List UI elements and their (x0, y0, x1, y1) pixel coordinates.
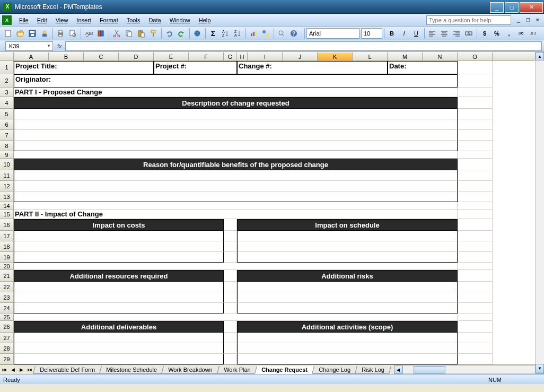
row-header-4[interactable]: 4 (0, 97, 14, 109)
column-header-O[interactable]: O (458, 53, 493, 60)
column-header-G[interactable]: G (224, 53, 237, 60)
print-button[interactable] (55, 28, 66, 39)
menu-format[interactable]: Format (95, 16, 122, 24)
cell-description-body[interactable] (14, 130, 458, 141)
row-header-25[interactable]: 25 (0, 313, 14, 321)
doc-minimize-button[interactable]: _ (514, 16, 523, 24)
row-header-6[interactable]: 6 (0, 119, 14, 130)
menu-help[interactable]: Help (195, 16, 215, 24)
cell-part2-title[interactable]: PART II - Impact of Change (14, 210, 458, 219)
scroll-up-button[interactable]: ▲ (536, 52, 544, 60)
cell-reason-body[interactable] (14, 181, 458, 191)
format-painter-button[interactable] (147, 28, 159, 39)
menu-edit[interactable]: Edit (33, 16, 51, 24)
autosum-button[interactable]: Σ (207, 28, 219, 39)
cell-add-activities-header[interactable]: Additional activities (scope) (237, 321, 458, 333)
column-header-H[interactable]: H (237, 53, 248, 60)
decrease-decimal-button[interactable]: .0 (528, 28, 539, 39)
row-header-26[interactable]: 26 (0, 321, 14, 333)
row-header-9[interactable]: 9 (0, 151, 14, 159)
row-header-2[interactable]: 2 (0, 74, 14, 88)
column-header-K[interactable]: K (318, 53, 353, 60)
tab-next-button[interactable]: ▶ (17, 365, 25, 374)
excel-doc-icon[interactable]: X (2, 15, 12, 25)
row-header-27[interactable]: 27 (0, 333, 14, 343)
hyperlink-button[interactable] (191, 28, 203, 39)
font-size-select[interactable] (361, 28, 382, 39)
align-left-button[interactable] (426, 28, 438, 39)
row-header-16[interactable]: 16 (0, 219, 14, 231)
redo-button[interactable] (176, 28, 187, 39)
sheet-tab-milestone-schedule[interactable]: Milestone Schedule (99, 366, 164, 374)
row-header-20[interactable]: 20 (0, 263, 14, 270)
sheet-tab-work-plan[interactable]: Work Plan (216, 366, 257, 374)
menu-insert[interactable]: Insert (72, 16, 95, 24)
menu-data[interactable]: Data (144, 16, 165, 24)
row-header-1[interactable]: 1 (0, 61, 14, 74)
cell-reason-header[interactable]: Reason for/quantifiable benefits of the … (14, 159, 458, 170)
scroll-down-button[interactable]: ▼ (536, 364, 544, 372)
cell-description-body[interactable] (14, 141, 458, 151)
increase-decimal-button[interactable]: .00 (515, 28, 527, 39)
underline-button[interactable]: U (410, 28, 422, 39)
row-header-29[interactable]: 29 (0, 354, 14, 364)
copy-button[interactable] (123, 28, 135, 39)
cell-add-deliverables-header[interactable]: Additional deliverables (14, 321, 224, 333)
tab-prev-button[interactable]: ◀ (8, 365, 17, 374)
merge-center-button[interactable]: a (463, 28, 475, 39)
help-button[interactable]: ? (288, 28, 300, 39)
drawing-button[interactable] (260, 28, 271, 39)
column-header-C[interactable]: C (84, 53, 119, 60)
row-header-11[interactable]: 11 (0, 170, 14, 181)
row-header-7[interactable]: 7 (0, 130, 14, 141)
fx-icon[interactable]: fx (57, 43, 62, 49)
row-header-12[interactable]: 12 (0, 181, 14, 191)
doc-close-button[interactable]: ✕ (533, 16, 542, 24)
cut-button[interactable] (111, 28, 122, 39)
row-header-3[interactable]: 3 (0, 88, 14, 97)
row-header-8[interactable]: 8 (0, 141, 14, 151)
column-header-L[interactable]: L (353, 53, 388, 60)
row-header-19[interactable]: 19 (0, 252, 14, 263)
print-preview-button[interactable] (67, 28, 78, 39)
cell-description-body[interactable] (14, 119, 458, 130)
bold-button[interactable]: B (386, 28, 398, 39)
cell-impact-schedule-header[interactable]: Impact on schedule (237, 219, 458, 231)
cell-project-title[interactable]: Project Title: (14, 61, 154, 74)
cell-project-num[interactable]: Project #: (154, 61, 237, 74)
save-button[interactable] (27, 28, 38, 39)
row-header-10[interactable]: 10 (0, 159, 14, 170)
column-header-J[interactable]: J (283, 53, 318, 60)
column-header-E[interactable]: E (154, 53, 189, 60)
row-header-17[interactable]: 17 (0, 231, 14, 241)
row-header-22[interactable]: 22 (0, 282, 14, 292)
horizontal-scrollbar[interactable]: ◀ ▶ (394, 365, 544, 374)
maximize-button[interactable]: □ (505, 2, 519, 13)
doc-restore-button[interactable]: ❐ (524, 16, 532, 24)
row-header-28[interactable]: 28 (0, 343, 14, 354)
sheet-tab-risk-log[interactable]: Risk Log (355, 366, 391, 374)
research-button[interactable] (95, 28, 107, 39)
cell-date[interactable]: Date: (388, 61, 458, 74)
currency-button[interactable]: $ (479, 28, 490, 39)
menu-tools[interactable]: Tools (122, 16, 145, 24)
minimize-button[interactable]: _ (490, 2, 504, 13)
cell-reason-body[interactable] (14, 191, 458, 202)
align-center-button[interactable] (438, 28, 450, 39)
scroll-left-button[interactable]: ◀ (394, 365, 402, 374)
cell-impact-costs-header[interactable]: Impact on costs (14, 219, 224, 231)
cell-originator[interactable]: Originator: (14, 74, 458, 88)
vertical-scrollbar[interactable]: ▲ ▼ (535, 52, 544, 372)
cell-part1-title[interactable]: PART I - Proposed Change (14, 88, 458, 97)
menu-view[interactable]: View (51, 16, 73, 24)
row-header-5[interactable]: 5 (0, 109, 14, 119)
spelling-button[interactable]: ABC (83, 28, 94, 39)
column-header-M[interactable]: M (388, 53, 423, 60)
tab-first-button[interactable]: ⏮ (0, 365, 8, 374)
menu-window[interactable]: Window (165, 16, 195, 24)
row-header-18[interactable]: 18 (0, 241, 14, 252)
select-all-corner[interactable] (0, 53, 14, 60)
undo-button[interactable] (163, 28, 175, 39)
cell-description-header[interactable]: Description of change requested (14, 97, 458, 109)
row-header-14[interactable]: 14 (0, 202, 14, 210)
